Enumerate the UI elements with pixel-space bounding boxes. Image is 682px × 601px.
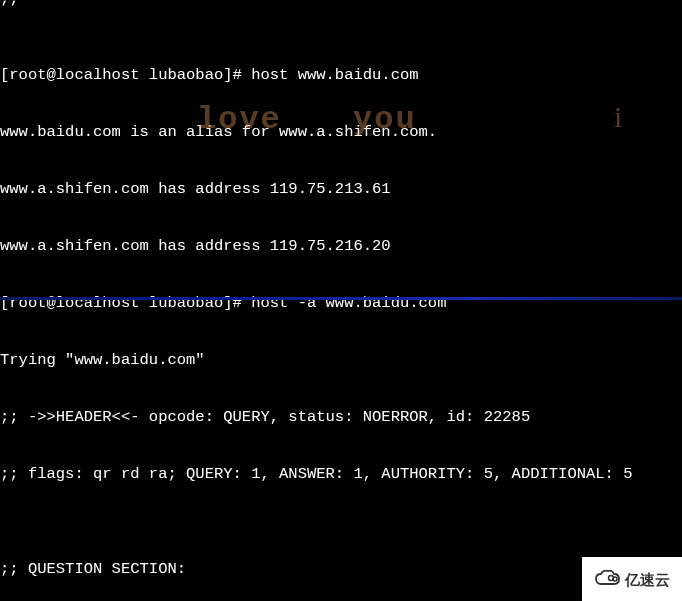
- divider-line: [0, 297, 682, 300]
- terminal-line: ;; ->>HEADER<<- opcode: QUERY, status: N…: [0, 408, 682, 427]
- svg-point-1: [613, 577, 617, 581]
- terminal-line: www.baidu.com is an alias for www.a.shif…: [0, 123, 682, 142]
- terminal-line: [root@localhost lubaobao]# host www.baid…: [0, 66, 682, 85]
- brand-logo-area: 亿速云: [582, 557, 682, 601]
- terminal-line: www.a.shifen.com has address 119.75.213.…: [0, 180, 682, 199]
- brand-logo-text: 亿速云: [625, 570, 670, 589]
- partial-line-top: ;; * * *: [0, 0, 84, 9]
- terminal-line: ;; QUESTION SECTION:: [0, 560, 682, 579]
- terminal-line: ;; flags: qr rd ra; QUERY: 1, ANSWER: 1,…: [0, 465, 682, 484]
- cloud-icon: [595, 570, 621, 588]
- terminal-line: Trying "www.baidu.com": [0, 351, 682, 370]
- terminal-output: ;; * * * [root@localhost lubaobao]# host…: [0, 0, 682, 601]
- terminal-line: www.a.shifen.com has address 119.75.216.…: [0, 237, 682, 256]
